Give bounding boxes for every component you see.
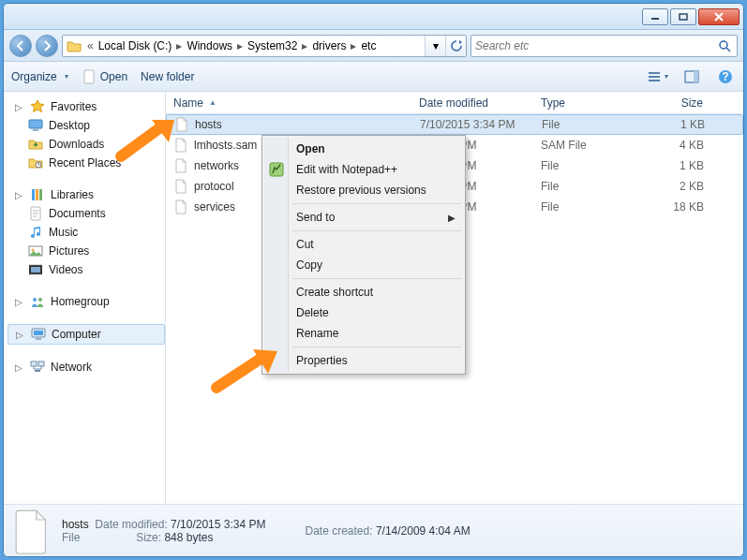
svg-rect-4 [84,70,94,83]
svg-rect-9 [29,120,42,128]
notepadpp-icon [269,162,284,177]
new-folder-button[interactable]: New folder [141,70,194,83]
svg-rect-24 [36,338,41,340]
preview-pane-button[interactable] [681,66,702,87]
documents-icon [28,206,43,221]
refresh-button[interactable] [445,36,466,56]
expander-icon[interactable]: ▷ [13,362,24,373]
search-input[interactable] [475,39,718,52]
ctx-open[interactable]: Open [264,139,463,159]
search-box[interactable] [471,35,738,57]
sidebar-item-pictures[interactable]: Pictures [7,242,165,260]
recent-icon [28,155,43,170]
expander-icon[interactable]: ▷ [13,102,24,112]
minimize-button[interactable] [642,8,668,25]
sidebar-item-videos[interactable]: Videos [7,260,165,279]
downloads-icon [28,137,43,152]
ctx-shortcut[interactable]: Create shortcut [264,282,463,302]
toolbar: Organize Open New folder ? [4,62,743,92]
breadcrumb[interactable]: System32 [245,39,300,52]
sidebar-item-documents[interactable]: Documents [7,204,165,223]
svg-rect-25 [31,361,37,366]
view-button[interactable] [648,66,668,87]
network-group[interactable]: ▷ Network [7,358,165,376]
svg-point-2 [720,41,727,49]
file-name: protocol [194,180,234,193]
organize-button[interactable]: Organize [11,70,68,83]
maximize-button[interactable] [670,8,696,25]
file-name: services [194,200,235,214]
music-icon [28,225,43,240]
forward-button[interactable] [36,35,58,57]
column-date[interactable]: Date modified [411,92,533,113]
ctx-cut[interactable]: Cut [264,234,463,255]
submenu-arrow-icon: ▶ [448,213,456,223]
svg-rect-19 [31,267,40,273]
address-bar[interactable]: « Local Disk (C:)▸ Windows▸ System32▸ dr… [62,35,467,57]
file-size: 4 KB [627,139,711,152]
file-icon [173,199,188,214]
back-button[interactable] [9,35,32,57]
history-dropdown-button[interactable]: ▾ [425,36,445,56]
file-name: hosts [195,118,222,131]
ctx-properties[interactable]: Properties [264,350,463,371]
column-name[interactable]: Name▲ [166,92,411,113]
ctx-sendto[interactable]: Send to▶ [264,207,463,228]
homegroup-group[interactable]: ▷ Homegroup [7,292,165,311]
libraries-group[interactable]: ▷ Libraries [7,185,165,204]
file-name: networks [194,159,239,172]
file-name: lmhosts.sam [194,139,257,152]
breadcrumb[interactable]: etc [358,39,379,52]
expander-icon[interactable]: ▷ [13,190,24,200]
breadcrumb[interactable]: Local Disk (C:) [96,39,175,52]
ctx-rename[interactable]: Rename [264,323,463,344]
libraries-icon [30,187,45,202]
column-size[interactable]: Size [627,92,711,113]
annotation-arrow-icon [212,346,287,397]
address-bar-row: « Local Disk (C:)▸ Windows▸ System32▸ dr… [4,30,743,62]
preview-pane-icon [685,71,698,82]
ctx-restore[interactable]: Restore previous versions [264,180,463,200]
file-size: 2 KB [627,180,711,193]
column-headers: Name▲ Date modified Type Size [166,92,743,114]
svg-rect-6 [694,71,698,82]
svg-rect-14 [39,189,42,200]
pictures-icon [28,243,43,258]
file-type: File [533,180,627,193]
sidebar-item-music[interactable]: Music [7,223,165,242]
homegroup-icon [30,294,45,309]
details-kind: File [62,531,80,544]
annotation-arrow-icon [116,114,182,166]
expander-icon[interactable]: ▷ [14,330,25,340]
favorites-group[interactable]: ▷ Favorites [7,97,165,116]
computer-icon [31,327,46,342]
ctx-edit-notepadpp[interactable]: Edit with Notepad++ [264,159,463,180]
help-icon: ? [718,69,733,84]
open-button[interactable]: Open [82,69,127,84]
file-row[interactable]: hosts7/10/2015 3:34 PMFile1 KB [166,114,743,135]
svg-rect-10 [33,129,38,131]
close-button[interactable] [698,8,740,25]
svg-point-17 [32,249,35,252]
column-type[interactable]: Type [533,92,627,113]
videos-icon [28,262,43,277]
svg-rect-23 [34,331,43,335]
file-icon [173,179,188,194]
expander-icon[interactable]: ▷ [13,297,24,307]
svg-rect-27 [35,370,40,372]
breadcrumb[interactable]: drivers [309,39,349,52]
refresh-icon [451,40,462,52]
sort-indicator-icon: ▲ [209,98,217,107]
svg-rect-1 [680,14,687,20]
ctx-delete[interactable]: Delete [264,302,463,323]
ctx-copy[interactable]: Copy [264,255,463,275]
file-size: 1 KB [627,159,711,172]
computer-group[interactable]: ▷ Computer [7,324,165,345]
file-type: File [534,118,628,131]
favorites-icon [30,99,45,114]
file-icon [13,508,51,553]
help-button[interactable]: ? [715,66,736,87]
details-filename: hosts [62,518,89,531]
file-type: File [533,200,627,214]
breadcrumb[interactable]: Windows [184,39,235,52]
